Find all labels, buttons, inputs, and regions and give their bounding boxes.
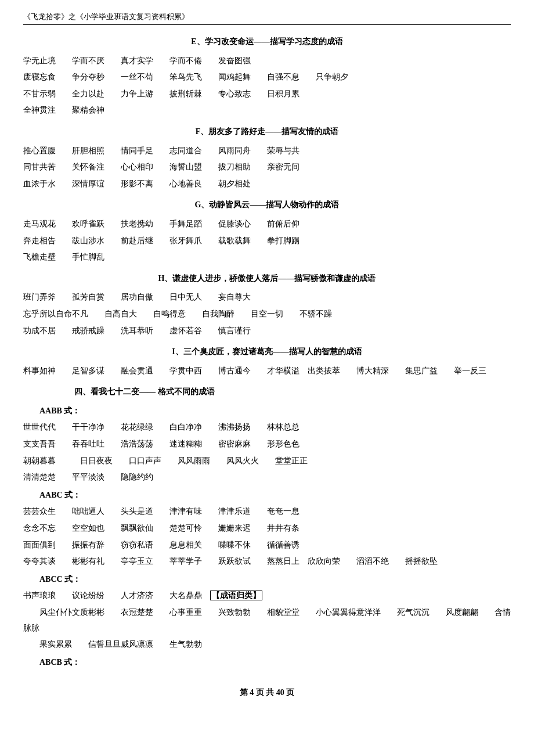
aabc-label: AABC 式： — [23, 488, 511, 503]
section-h-line2: 忘乎所以自命不凡 自高自大 自鸣得意 自我陶醉 目空一切 不骄不躁 — [23, 307, 511, 322]
highlight-badge: 【成语归类】 — [210, 591, 262, 600]
aabc-line1: 芸芸众生 咄咄逼人 头头是道 津津有味 津津乐道 奄奄一息 — [23, 504, 511, 520]
section-f-line2: 同甘共苦 关怀备注 心心相印 海誓山盟 拔刀相助 亲密无间 — [23, 160, 511, 175]
main-content: E、学习改变命运——描写学习态度的成语 学无止境 学而不厌 真才实学 学而不倦 … — [23, 34, 511, 670]
section-h-title: H、谦虚使人进步，骄傲使人落后——描写骄傲和谦虚的成语 — [23, 271, 511, 287]
aabc-line4: 夸夸其谈 彬彬有礼 亭亭玉立 莘莘学子 跃跃欲试 蒸蒸日上 欣欣向荣 滔滔不绝 … — [23, 554, 511, 570]
section-h-line3: 功成不居 戒骄戒躁 洗耳恭听 虚怀若谷 慎言谨行 — [23, 323, 511, 339]
section-e-line3: 不甘示弱 全力以赴 力争上游 披荆斩棘 专心致志 日积月累 — [23, 87, 511, 102]
header-text: 《飞龙拾零》之《小学毕业班语文复习资料积累》 — [23, 12, 189, 21]
section-g-title: G、动静皆风云——描写人物动作的成语 — [23, 197, 511, 213]
abcc-line2: 风尘仆仆文质彬彬 衣冠楚楚 心事重重 兴致勃勃 相貌堂堂 小心翼翼得意洋洋 死气… — [23, 605, 511, 636]
section-i-title: I、三个臭皮匠，赛过诸葛亮——描写人的智慧的成语 — [23, 344, 511, 360]
abcc-line3: 果实累累 信誓旦旦威风凛凛 生气勃勃 — [23, 637, 511, 653]
aabb-label: AABB 式： — [23, 404, 511, 419]
section-e-line2: 废寝忘食 争分夺秒 一丝不苟 笨鸟先飞 闻鸡起舞 自强不息 只争朝夕 — [23, 70, 511, 85]
abcb-label: ABCB 式： — [23, 655, 511, 671]
page-footer: 第 4 页 共 40 页 — [23, 687, 511, 698]
abcc-label: ABCC 式： — [23, 572, 511, 588]
abcc-line1: 书声琅琅 议论纷纷 人才济济 大名鼎鼎 【成语归类】 — [23, 588, 511, 604]
section-g-line2: 奔走相告 跋山涉水 前赴后继 张牙舞爪 载歌载舞 拳打脚踢 — [23, 233, 511, 249]
section-f-line1: 推心置腹 肝胆相照 情同手足 志同道合 风雨同舟 荣辱与共 — [23, 143, 511, 159]
section-f-line3: 血浓于水 深情厚谊 形影不离 心地善良 朝夕相处 — [23, 177, 511, 192]
aabb-line2: 支支吾吾 吞吞吐吐 浩浩荡荡 迷迷糊糊 密密麻麻 形形色色 — [23, 437, 511, 452]
section-f-title: F、朋友多了路好走——描写友情的成语 — [23, 124, 511, 140]
aabb-line1: 世世代代 干干净净 花花绿绿 白白净净 沸沸扬扬 林林总总 — [23, 420, 511, 435]
section-g-line1: 走马观花 欢呼雀跃 扶老携幼 手舞足蹈 促膝谈心 前俯后仰 — [23, 217, 511, 232]
aabb-line4: 清清楚楚 平平淡淡 隐隐约约 — [23, 470, 511, 485]
section-4-title: 四、看我七十二变—— 格式不同的成语 — [58, 384, 511, 400]
page-header: 《飞龙拾零》之《小学毕业班语文复习资料积累》 — [23, 12, 511, 25]
aabc-line3: 面面俱到 振振有辞 窃窃私语 息息相关 喋喋不休 循循善诱 — [23, 538, 511, 553]
section-i-line1: 料事如神 足智多谋 融会贯通 学贯中西 博古通今 才华横溢 出类拔萃 博大精深 … — [23, 363, 511, 379]
aabb-line3: 朝朝暮暮 日日夜夜 口口声声 风风雨雨 风风火火 堂堂正正 — [23, 453, 511, 469]
section-e-title: E、学习改变命运——描写学习态度的成语 — [23, 34, 511, 50]
section-e-line1: 学无止境 学而不厌 真才实学 学而不倦 发奋图强 — [23, 53, 511, 69]
section-h-line1: 班门弄斧 孤芳自赏 居功自傲 日中无人 妄自尊大 — [23, 290, 511, 305]
aabc-line2: 念念不忘 空空如也 飘飘欲仙 楚楚可怜 姗姗来迟 井井有条 — [23, 521, 511, 537]
section-e-line4: 全神贯注 聚精会神 — [23, 103, 511, 118]
footer-text: 第 4 页 共 40 页 — [240, 688, 295, 697]
section-g-line3: 飞檐走壁 手忙脚乱 — [23, 250, 511, 265]
